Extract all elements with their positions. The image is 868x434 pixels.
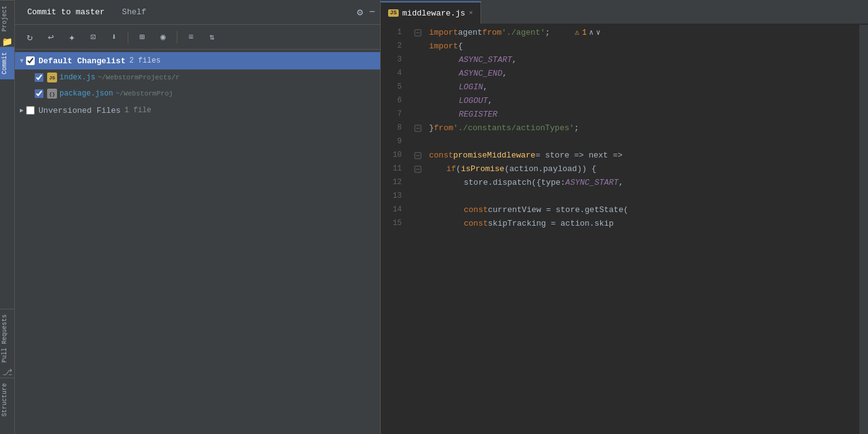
warning-icon: ⚠ (575, 26, 580, 40)
separator-2 (177, 31, 177, 43)
token-from-1: from (482, 26, 502, 40)
token-comma-6: , (488, 94, 493, 108)
token-skiptracking: skipTracking = action.skip (488, 217, 614, 231)
gutter-2 (412, 40, 424, 53)
gutter-14 (412, 203, 424, 217)
unversioned-count: 1 file (125, 106, 151, 115)
file-path-index-js: ~/WebstormProjects/r (98, 74, 180, 81)
commit-tab-label: Commit (1, 52, 8, 74)
token-from-8: from (434, 122, 453, 135)
token-brace-close: } (429, 122, 434, 135)
unversioned-header[interactable]: ▶ Unversioned Files 1 file (15, 102, 380, 119)
token-logout: LOGOUT (459, 94, 488, 108)
token-paren-11: ( (456, 162, 461, 176)
token-if-11: if (446, 162, 456, 176)
panel-header: Commit to master Shelf ⚙ − (15, 0, 380, 25)
token-semi-1: ; (545, 26, 550, 40)
undo-button[interactable]: ↩ (42, 29, 60, 46)
token-agent: agent (458, 26, 482, 40)
token-async-start: ASYNC_START (459, 53, 512, 67)
line-num-6: 6 (381, 94, 407, 108)
nav-down-arrow[interactable]: ∨ (596, 26, 600, 40)
json-file-icon: {} (47, 89, 57, 99)
code-line-6: LOGOUT , (429, 94, 859, 108)
line-num-4: 4 (381, 67, 407, 81)
token-const-10: const (429, 149, 453, 162)
refresh-button[interactable]: ↻ (21, 29, 38, 46)
tab-close-button[interactable]: × (469, 9, 473, 17)
token-dispatch-12: store.dispatch({type: (464, 176, 565, 190)
nav-up-arrow[interactable]: ∧ (589, 26, 593, 40)
code-line-10: const promiseMiddleware = store => next … (429, 149, 859, 162)
filter-button[interactable]: ≡ (182, 29, 200, 46)
sidebar-tabs: Project 📁 Commit Pull Requests ⎇ Structu… (0, 0, 15, 434)
file-name-package-json: package.json (60, 89, 113, 98)
gutter-fold-8[interactable] (412, 122, 424, 135)
changelist-header[interactable]: ▼ Default Changelist 2 files (15, 52, 380, 69)
commit-to-master-tab[interactable]: Commit to master (20, 4, 112, 20)
gutter-fold-11[interactable] (412, 162, 424, 176)
changelist-count: 2 files (129, 56, 160, 65)
token-login: LOGIN (459, 81, 483, 94)
token-eq-10: = store => next => (536, 149, 622, 162)
code-line-8: } from './constants/actionTypes' ; (429, 122, 859, 135)
shelf-tab[interactable]: Shelf (115, 4, 154, 20)
code-line-13 (429, 190, 859, 203)
gutter-fold-1[interactable] (412, 26, 424, 40)
line-num-9: 9 (381, 135, 407, 149)
line-num-8: 8 (381, 122, 407, 135)
token-register: REGISTER (459, 108, 497, 122)
unversioned-checkbox[interactable] (26, 106, 35, 115)
editor-tab-middleware-js[interactable]: JS middleware.js × (381, 1, 481, 24)
gutter-4 (412, 67, 424, 81)
editor-content: 1 2 3 4 5 6 7 8 9 10 11 12 13 14 15 (381, 25, 868, 434)
code-area[interactable]: import agent from './agent' ; ⚠ 1 ∧ ∨ im… (424, 25, 859, 434)
sort-button[interactable]: ⇅ (203, 29, 221, 46)
token-comma-5: , (483, 81, 488, 94)
minimize-button[interactable]: − (369, 7, 375, 18)
code-line-14: const currentView = store.getState( (429, 203, 859, 217)
line-num-1: 1 (381, 26, 407, 40)
gutter-3 (412, 53, 424, 67)
file-item-index-js[interactable]: JS index.js ~/WebstormProjects/r (15, 69, 380, 86)
unversioned-label: Unversioned Files (38, 106, 121, 115)
token-async-end: ASYNC_END (459, 67, 502, 81)
line-num-5: 5 (381, 81, 407, 94)
token-action-payload: (action.payload)) { (505, 162, 596, 176)
commit-button[interactable]: ⊡ (84, 29, 102, 46)
gutter-13 (412, 190, 424, 203)
gutter-6 (412, 94, 424, 108)
sidebar-tab-project[interactable]: Project (0, 0, 14, 37)
changelist-arrow: ▼ (20, 58, 24, 64)
code-line-7: REGISTER (429, 108, 859, 122)
line-num-2: 2 (381, 40, 407, 53)
code-line-12: store.dispatch({type: ASYNC_START , (429, 176, 859, 190)
file-name-index-js: index.js (60, 73, 95, 82)
line-num-3: 3 (381, 53, 407, 67)
gear-button[interactable]: ⚙ (357, 6, 363, 19)
token-comma-3: , (512, 53, 517, 67)
token-promise-middleware: promiseMiddleware (453, 149, 536, 162)
merge-button[interactable]: ⊞ (133, 29, 151, 46)
file-checkbox-index-js[interactable] (35, 73, 43, 82)
file-checkbox-package-json[interactable] (35, 89, 43, 98)
code-line-9 (429, 135, 859, 149)
code-line-3: ASYNC_START , (429, 53, 859, 67)
diff-button[interactable]: ✦ (63, 29, 81, 46)
token-semi-8: ; (574, 122, 579, 135)
token-comma-4: , (502, 67, 507, 81)
changelist-checkbox[interactable] (26, 56, 35, 65)
sidebar-tab-structure[interactable]: Structure (0, 378, 14, 422)
sidebar-tab-pull-requests[interactable]: Pull Requests (0, 309, 14, 368)
project-tab-label: Project (1, 6, 8, 32)
code-line-2: import { (429, 40, 859, 53)
code-line-11: if ( isPromise (action.payload)) { (429, 162, 859, 176)
sidebar-tab-commit[interactable]: Commit (0, 46, 14, 79)
gutter-fold-10[interactable] (412, 149, 424, 162)
file-item-package-json[interactable]: {} package.json ~/WebstormProj (15, 86, 380, 102)
log-button[interactable]: ◉ (154, 29, 172, 46)
update-button[interactable]: ⬇ (105, 29, 123, 46)
token-async-start-12: ASYNC_START (565, 176, 619, 190)
line-num-10: 10 (381, 149, 407, 162)
line-num-7: 7 (381, 108, 407, 122)
